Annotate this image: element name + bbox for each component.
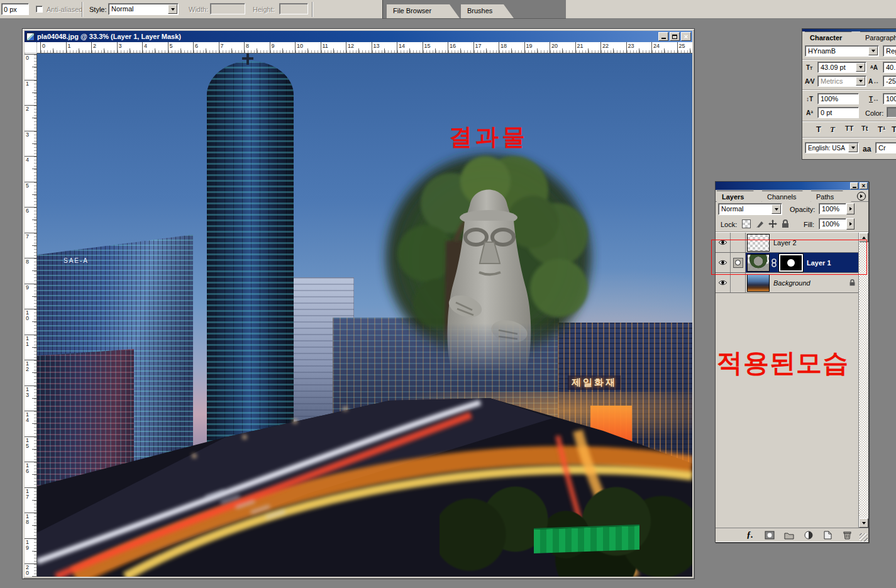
opacity-label: Opacity: <box>790 206 815 213</box>
new-group-icon[interactable] <box>783 531 794 540</box>
subscript-button[interactable]: T₁ <box>892 125 896 134</box>
layer-style-icon[interactable]: ƒ. <box>744 531 755 540</box>
ruler-vertical[interactable]: 01234567891011121314151617181920 <box>25 53 37 577</box>
annotation-applied-label: 적용된모습 <box>717 346 849 380</box>
baseline-shift-value: 0 pt <box>821 109 832 116</box>
layer-row-background[interactable]: Background <box>716 273 858 293</box>
language-dropdown[interactable]: English: USA <box>805 142 859 153</box>
leading-value: 40. <box>886 64 895 71</box>
tab-channels-label: Channels <box>767 193 796 201</box>
font-size-icon: TT <box>806 64 812 71</box>
layers-palette-title-bar[interactable]: × <box>716 182 868 190</box>
dropdown-arrow-icon[interactable] <box>856 63 865 72</box>
font-size-dropdown[interactable]: 43.09 pt <box>817 62 866 73</box>
options-separator <box>312 2 313 17</box>
layer-thumbnail[interactable] <box>747 274 770 292</box>
photo-trees <box>440 466 692 577</box>
layer-name[interactable]: Background <box>773 279 810 287</box>
tab-layers[interactable]: Layers <box>717 191 762 202</box>
opacity-input[interactable]: 100% <box>819 203 846 214</box>
tab-brushes-label: Brushes <box>467 7 492 14</box>
visibility-toggle[interactable] <box>716 273 731 292</box>
tab-paths[interactable]: Paths <box>811 191 851 202</box>
annotation-result-label: 결과물 <box>449 121 528 153</box>
opacity-value: 100% <box>822 205 839 213</box>
dropdown-arrow-icon[interactable] <box>868 47 878 55</box>
blend-mode-row: Normal Opacity: 100% <box>716 202 868 217</box>
ruler-origin-box[interactable] <box>25 42 37 53</box>
faux-bold-button[interactable]: T <box>816 125 821 134</box>
annotation-red-rectangle <box>711 240 867 275</box>
style-dropdown[interactable]: Normal <box>108 3 179 15</box>
blend-mode-dropdown[interactable]: Normal <box>718 203 782 215</box>
baseline-shift-input[interactable]: 0 pt <box>817 107 859 118</box>
document-title-bar[interactable]: pla04048.jpg @ 33.3% (Layer 1, Layer Mas… <box>25 31 692 42</box>
font-size-value: 43.09 pt <box>821 64 846 71</box>
layers-palette-footer: ƒ. <box>716 528 868 542</box>
photo-green-fence <box>534 524 639 553</box>
minimize-button[interactable] <box>850 182 858 189</box>
vertical-scale-value: 100% <box>821 95 838 103</box>
anti-aliased-checkbox[interactable] <box>36 6 43 13</box>
tab-paths-label: Paths <box>816 193 834 201</box>
lock-position-icon[interactable] <box>768 219 777 228</box>
tab-file-browser[interactable]: File Browser <box>387 4 460 18</box>
link-toggle[interactable] <box>731 273 746 292</box>
vertical-scale-input[interactable]: 100% <box>817 93 859 104</box>
lock-transparency-icon[interactable] <box>742 219 751 228</box>
tab-channels[interactable]: Channels <box>762 191 811 202</box>
font-family-dropdown[interactable]: HYnamB <box>805 45 879 57</box>
ruler-horizontal[interactable]: 0123456789101112131415161718192021222324… <box>37 42 692 53</box>
all-caps-button[interactable]: TT <box>845 125 853 132</box>
fill-input[interactable]: 100% <box>819 218 846 230</box>
leading-input[interactable]: 40. <box>883 62 896 73</box>
lock-all-icon[interactable] <box>781 219 790 228</box>
width-input <box>210 3 245 14</box>
font-style-value: Regu <box>886 47 896 55</box>
document-window: pla04048.jpg @ 33.3% (Layer 1, Layer Mas… <box>22 28 695 579</box>
tab-character-label: Character <box>810 34 842 42</box>
layers-scrollbar[interactable] <box>858 233 868 528</box>
document-title: pla04048.jpg @ 33.3% (Layer 1, Layer Mas… <box>37 33 181 40</box>
tab-paragraph[interactable]: Paragraph <box>860 31 896 43</box>
character-palette-title-bar[interactable] <box>802 29 896 31</box>
language-value: English: USA <box>808 145 845 152</box>
text-color-swatch[interactable] <box>887 107 896 118</box>
close-button[interactable]: × <box>681 32 691 41</box>
small-caps-button[interactable]: Tt <box>861 125 868 132</box>
superscript-button[interactable]: T¹ <box>878 125 885 134</box>
new-layer-icon[interactable] <box>822 531 833 540</box>
opacity-slider-arrow-icon[interactable] <box>846 203 855 214</box>
tab-layers-label: Layers <box>722 193 744 201</box>
tab-brushes[interactable]: Brushes <box>461 4 514 18</box>
lock-paint-icon[interactable] <box>756 219 765 228</box>
layers-palette: × Layers Channels Paths Normal Opacity: … <box>715 181 869 543</box>
add-mask-icon[interactable] <box>764 531 775 540</box>
resize-grip[interactable] <box>860 533 868 541</box>
anti-alias-dropdown[interactable]: Cr <box>875 142 896 153</box>
scrollbar-track[interactable] <box>859 242 868 518</box>
font-style-dropdown[interactable]: Regu <box>883 45 896 57</box>
fill-slider-arrow-icon[interactable] <box>846 218 855 230</box>
palette-menu-icon[interactable] <box>857 192 866 201</box>
horizontal-scale-input[interactable]: 100 <box>883 93 896 104</box>
kerning-dropdown[interactable]: Metrics <box>817 75 866 87</box>
feather-input[interactable] <box>1 3 29 15</box>
fill-value: 100% <box>822 220 839 228</box>
adjustment-layer-icon[interactable] <box>803 531 814 540</box>
close-button[interactable]: × <box>860 182 868 189</box>
minimize-button[interactable] <box>658 32 668 41</box>
canvas-image[interactable]: SAE-A 제일화재 <box>37 53 692 577</box>
dropdown-arrow-icon[interactable] <box>856 77 865 86</box>
scroll-down-icon[interactable] <box>859 518 868 528</box>
tab-character[interactable]: Character <box>805 31 860 43</box>
delete-layer-icon[interactable] <box>842 531 853 540</box>
maximize-button[interactable] <box>670 32 680 41</box>
lock-label: Lock: <box>721 221 737 228</box>
dropdown-arrow-icon[interactable] <box>848 143 858 152</box>
dropdown-arrow-icon[interactable] <box>772 204 781 214</box>
tracking-input[interactable]: -25 <box>883 75 896 87</box>
fill-label: Fill: <box>804 221 814 228</box>
faux-italic-button[interactable]: T <box>830 125 835 135</box>
dropdown-arrow-icon[interactable] <box>168 4 177 14</box>
